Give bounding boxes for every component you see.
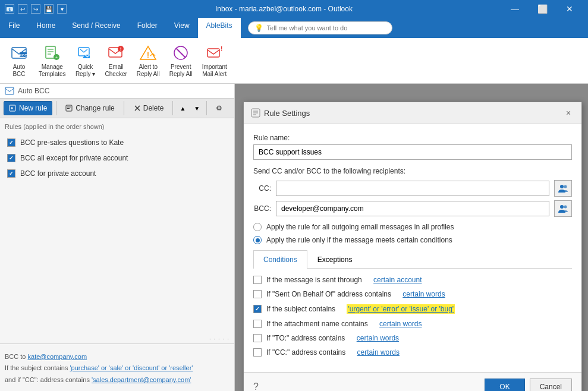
rule-item[interactable]: BCC all except for private account bbox=[5, 150, 229, 166]
close-button[interactable]: ✕ bbox=[556, 0, 583, 18]
cc-row: CC: bbox=[253, 180, 572, 197]
people-icon bbox=[558, 183, 568, 194]
settings-button[interactable]: ⚙ bbox=[210, 101, 228, 115]
cond-3-link[interactable]: 'urgent' or 'error' or 'issue' or 'bug' bbox=[347, 304, 455, 314]
if-subject-label: If the subject contains bbox=[5, 364, 68, 371]
svg-rect-17 bbox=[207, 49, 219, 57]
cond-6-link[interactable]: certain words bbox=[357, 348, 400, 357]
prevent-reply-all-icon bbox=[171, 43, 190, 62]
resize-handle[interactable]: · · · · · bbox=[205, 335, 234, 343]
bcc-email-link[interactable]: kate@company.com bbox=[28, 353, 87, 360]
tab-ablebits[interactable]: AbleBits bbox=[198, 18, 241, 38]
change-rule-button[interactable]: Change rule bbox=[60, 101, 120, 115]
autobcc-bar: Auto BCC bbox=[0, 84, 234, 99]
toolbar-separator bbox=[56, 101, 56, 115]
restore-button[interactable]: ⬜ bbox=[529, 0, 556, 18]
cond-6-checkbox[interactable] bbox=[253, 348, 262, 357]
bcc-input[interactable] bbox=[276, 201, 549, 216]
dialog-footer: ? OK Cancel bbox=[244, 372, 581, 391]
quick-reply-label: QuickReply ▾ bbox=[76, 64, 95, 78]
dialog-area: Rule Settings × Rule name: Send CC and/o… bbox=[235, 84, 588, 391]
settings-icon: ⚙ bbox=[216, 104, 222, 112]
move-up-button[interactable]: ▲ bbox=[177, 102, 188, 115]
cond-3-text: If the subject contains bbox=[266, 305, 335, 313]
bcc-people-button[interactable] bbox=[554, 200, 572, 217]
tab-folder[interactable]: Folder bbox=[129, 18, 166, 38]
move-down-button[interactable]: ▼ bbox=[191, 102, 203, 115]
cc-email-link[interactable]: 'sales.department@company.com' bbox=[92, 376, 191, 383]
help-button[interactable]: ? bbox=[253, 381, 259, 391]
cond-4-link[interactable]: certain words bbox=[379, 320, 422, 328]
tab-view[interactable]: View bbox=[166, 18, 198, 38]
radio-all-row[interactable]: Apply the rule for all outgoing email me… bbox=[253, 223, 572, 231]
footer-buttons: OK Cancel bbox=[485, 379, 572, 391]
cond-2-link[interactable]: certain words bbox=[403, 290, 445, 298]
cond-1-checkbox[interactable] bbox=[253, 276, 262, 284]
rule-2-text: BCC all except for private account bbox=[20, 154, 128, 162]
svg-rect-9 bbox=[78, 48, 89, 56]
cond-3-checkbox[interactable] bbox=[253, 305, 262, 313]
rule-2-checkbox[interactable] bbox=[7, 154, 15, 162]
tell-me-input[interactable] bbox=[267, 24, 386, 31]
tell-me-bar[interactable]: 💡 bbox=[248, 21, 392, 34]
quick-reply-button[interactable]: QuickReply ▾ bbox=[71, 40, 100, 81]
alert-to-reply-all-button[interactable]: ! Alert toReply All bbox=[133, 40, 164, 81]
new-rule-button[interactable]: New rule bbox=[4, 101, 52, 115]
toolbar-separator-4 bbox=[206, 101, 207, 115]
rule-item[interactable]: BCC pre-sales questions to Kate bbox=[5, 135, 229, 150]
svg-text:BCC: BCC bbox=[20, 53, 28, 57]
prevent-reply-all-label: PreventReply All bbox=[169, 64, 193, 78]
undo-icon[interactable]: ↩ bbox=[18, 4, 27, 14]
tab-send-receive[interactable]: Send / Receive bbox=[64, 18, 128, 38]
rule-name-input[interactable] bbox=[253, 144, 572, 160]
svg-text:!: ! bbox=[120, 46, 122, 52]
cond-2-text: If "Sent On Behalf Of" address contains bbox=[266, 290, 391, 298]
radio-conditions-button[interactable] bbox=[253, 236, 262, 244]
subject-words-link[interactable]: 'purchase' or 'sale' or 'discount' or 'r… bbox=[70, 364, 193, 371]
svg-rect-19 bbox=[5, 87, 14, 94]
important-mail-alert-button[interactable]: ! ImportantMail Alert bbox=[198, 40, 231, 81]
cancel-button[interactable]: Cancel bbox=[530, 379, 572, 391]
tab-conditions[interactable]: Conditions bbox=[253, 250, 307, 269]
repeat-icon[interactable]: ↪ bbox=[31, 4, 40, 14]
delete-button[interactable]: Delete bbox=[128, 101, 169, 115]
ok-button[interactable]: OK bbox=[485, 379, 524, 391]
radio-all-button[interactable] bbox=[253, 223, 262, 231]
dialog-title-text: Rule Settings bbox=[251, 108, 310, 118]
radio-conditions-row[interactable]: Apply the rule only if the message meets… bbox=[253, 236, 572, 244]
condition-cc-address: If "CC:" address contains certain words bbox=[253, 348, 572, 357]
dialog-close-button[interactable]: × bbox=[562, 107, 574, 119]
auto-bcc-button[interactable]: BCC AutoBCC bbox=[5, 40, 33, 81]
left-toolbar: New rule Change rule Delete ▲ ▼ ⚙ bbox=[0, 99, 234, 118]
dropdown-icon[interactable]: ▾ bbox=[57, 4, 67, 14]
email-checker-button[interactable]: ! EmailChecker bbox=[101, 40, 131, 81]
title-bar: 📧 ↩ ↪ 💾 ▾ Inbox - maria.azbel@outlook.co… bbox=[0, 0, 588, 18]
tab-exceptions[interactable]: Exceptions bbox=[307, 250, 363, 269]
minimize-button[interactable]: — bbox=[501, 0, 529, 18]
window-controls: — ⬜ ✕ bbox=[501, 0, 583, 18]
auto-bcc-icon: BCC bbox=[10, 43, 29, 62]
cond-5-text: If "TO:" address contains bbox=[266, 334, 345, 342]
rule-3-checkbox[interactable] bbox=[7, 169, 15, 178]
alert-to-reply-all-label: Alert toReply All bbox=[137, 64, 160, 78]
condition-subject-contains: If the subject contains 'urgent' or 'err… bbox=[253, 304, 572, 314]
main-content: Auto BCC New rule Change rule Delete ▲ ▼… bbox=[0, 84, 588, 391]
cond-2-checkbox[interactable] bbox=[253, 290, 262, 298]
prevent-reply-all-button[interactable]: PreventReply All bbox=[165, 40, 197, 81]
manage-templates-button[interactable]: + ManageTemplates bbox=[34, 40, 70, 81]
cond-4-checkbox[interactable] bbox=[253, 320, 262, 328]
radio-conditions-label: Apply the rule only if the message meets… bbox=[266, 236, 452, 244]
cc-input[interactable] bbox=[276, 181, 549, 196]
bcc-people-icon bbox=[558, 203, 568, 214]
save-icon[interactable]: 💾 bbox=[44, 4, 54, 14]
rule-1-checkbox[interactable] bbox=[7, 138, 15, 147]
rule-item[interactable]: BCC for private account bbox=[5, 166, 229, 181]
tab-file[interactable]: File bbox=[0, 18, 28, 38]
rule-name-label: Rule name: bbox=[253, 134, 572, 142]
cond-5-checkbox[interactable] bbox=[253, 334, 262, 342]
cond-5-link[interactable]: certain words bbox=[357, 334, 399, 342]
condition-attachment-name: If the attachment name contains certain … bbox=[253, 320, 572, 328]
cc-people-button[interactable] bbox=[554, 180, 572, 197]
cond-1-link[interactable]: certain account bbox=[373, 276, 422, 284]
tab-home[interactable]: Home bbox=[28, 18, 64, 38]
